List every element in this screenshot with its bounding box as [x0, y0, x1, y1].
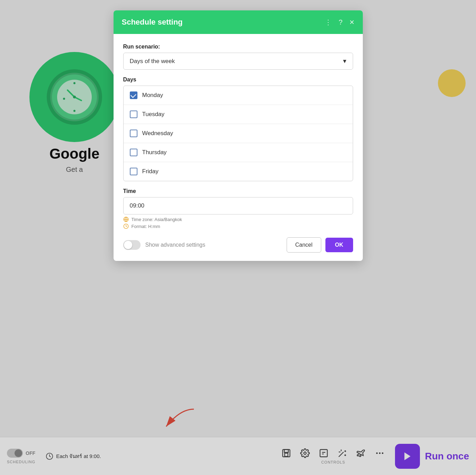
checkbox-thursday[interactable] — [130, 149, 137, 156]
modal-help-icon[interactable]: ? — [339, 18, 342, 26]
dropdown-wrapper: Days of the week Every day Every hour On… — [123, 53, 353, 70]
checkbox-tuesday[interactable] — [130, 111, 137, 118]
advanced-toggle-knob — [124, 241, 132, 249]
action-buttons: Cancel OK — [287, 237, 353, 253]
advanced-toggle-label: Show advanced settings — [145, 242, 205, 248]
checkbox-monday[interactable] — [130, 91, 137, 99]
day-name-wednesday: Wednesday — [142, 130, 173, 137]
checkbox-friday[interactable] — [130, 168, 137, 175]
advanced-toggle[interactable] — [123, 240, 141, 250]
time-hints: Time zone: Asia/Bangkok Format: H:mm — [123, 217, 353, 229]
time-field: Time Time zone: Asia/Bangkok — [123, 188, 353, 229]
day-item-friday[interactable]: Friday — [124, 162, 353, 181]
run-scenario-label: Run scenario: — [123, 44, 353, 50]
advanced-row: Show advanced settings Cancel OK — [123, 236, 353, 253]
format-text: Format: H:mm — [132, 224, 160, 229]
time-label: Time — [123, 188, 353, 194]
day-item-thursday[interactable]: Thursday — [124, 143, 353, 162]
days-list: Monday Tuesday Wednesday — [123, 86, 353, 181]
modal-header-icons: ⋮ ? × — [325, 17, 354, 27]
modal-title: Schedule setting — [122, 18, 183, 27]
modal-more-icon[interactable]: ⋮ — [325, 18, 332, 26]
modal-body: Run scenario: Days of the week Every day… — [114, 34, 363, 261]
timezone-text: Time zone: Asia/Bangkok — [132, 217, 182, 222]
run-scenario-field: Run scenario: Days of the week Every day… — [123, 44, 353, 70]
modal-header: Schedule setting ⋮ ? × — [114, 10, 363, 34]
schedule-setting-modal: Schedule setting ⋮ ? × Run scenario: Day… — [114, 10, 363, 261]
day-name-thursday: Thursday — [142, 149, 167, 156]
days-label: Days — [123, 77, 353, 83]
app-background: Google Get a OFF SCHEDULING — [0, 0, 476, 475]
modal-close-icon[interactable]: × — [349, 17, 354, 27]
timezone-hint: Time zone: Asia/Bangkok — [123, 217, 353, 222]
day-name-friday: Friday — [142, 168, 159, 175]
day-name-tuesday: Tuesday — [142, 111, 165, 118]
modal-overlay: Schedule setting ⋮ ? × Run scenario: Day… — [0, 0, 476, 475]
time-input[interactable] — [123, 197, 353, 214]
day-item-monday[interactable]: Monday — [124, 86, 353, 105]
checkbox-wednesday[interactable] — [130, 130, 137, 137]
advanced-toggle-area: Show advanced settings — [123, 240, 205, 250]
day-item-tuesday[interactable]: Tuesday — [124, 105, 353, 124]
globe-icon — [123, 217, 129, 222]
format-hint: Format: H:mm — [123, 223, 353, 229]
run-scenario-dropdown[interactable]: Days of the week Every day Every hour On… — [123, 53, 353, 70]
day-name-monday: Monday — [142, 92, 163, 99]
format-clock-icon — [123, 223, 129, 229]
cancel-button[interactable]: Cancel — [287, 237, 321, 253]
days-list-inner: Monday Tuesday Wednesday — [124, 86, 353, 181]
ok-button[interactable]: OK — [325, 238, 353, 252]
days-field: Days Monday Tuesday — [123, 77, 353, 181]
day-item-wednesday[interactable]: Wednesday — [124, 124, 353, 143]
